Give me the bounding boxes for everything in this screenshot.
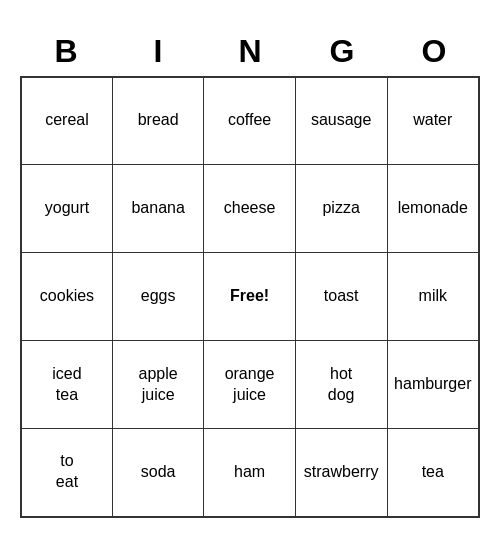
bingo-header: BINGO (20, 27, 480, 76)
bingo-cell: lemonade (387, 165, 479, 253)
bingo-cell: hotdog (295, 341, 387, 429)
bingo-cell: hamburger (387, 341, 479, 429)
bingo-row: yogurtbananacheesepizzalemonade (21, 165, 479, 253)
bingo-letter: B (20, 27, 112, 76)
bingo-letter: G (296, 27, 388, 76)
bingo-cell: strawberry (295, 429, 387, 517)
bingo-cell: soda (112, 429, 203, 517)
bingo-cell: yogurt (21, 165, 112, 253)
bingo-cell: toast (295, 253, 387, 341)
bingo-cell: cheese (204, 165, 295, 253)
bingo-cell: cookies (21, 253, 112, 341)
bingo-cell: ham (204, 429, 295, 517)
bingo-cell: water (387, 77, 479, 165)
bingo-cell: banana (112, 165, 203, 253)
bingo-grid: cerealbreadcoffeesausagewateryogurtbanan… (20, 76, 480, 518)
bingo-cell: coffee (204, 77, 295, 165)
bingo-cell: tea (387, 429, 479, 517)
bingo-cell: bread (112, 77, 203, 165)
bingo-row: toeatsodahamstrawberrytea (21, 429, 479, 517)
bingo-cell: applejuice (112, 341, 203, 429)
bingo-cell: toeat (21, 429, 112, 517)
bingo-letter: I (112, 27, 204, 76)
bingo-cell: pizza (295, 165, 387, 253)
bingo-row: cookieseggsFree!toastmilk (21, 253, 479, 341)
bingo-cell: orangejuice (204, 341, 295, 429)
bingo-row: icedteaapplejuiceorangejuicehotdoghambur… (21, 341, 479, 429)
bingo-letter: N (204, 27, 296, 76)
bingo-cell: cereal (21, 77, 112, 165)
bingo-cell: sausage (295, 77, 387, 165)
bingo-cell: Free! (204, 253, 295, 341)
bingo-letter: O (388, 27, 480, 76)
bingo-row: cerealbreadcoffeesausagewater (21, 77, 479, 165)
bingo-cell: eggs (112, 253, 203, 341)
bingo-cell: icedtea (21, 341, 112, 429)
bingo-cell: milk (387, 253, 479, 341)
